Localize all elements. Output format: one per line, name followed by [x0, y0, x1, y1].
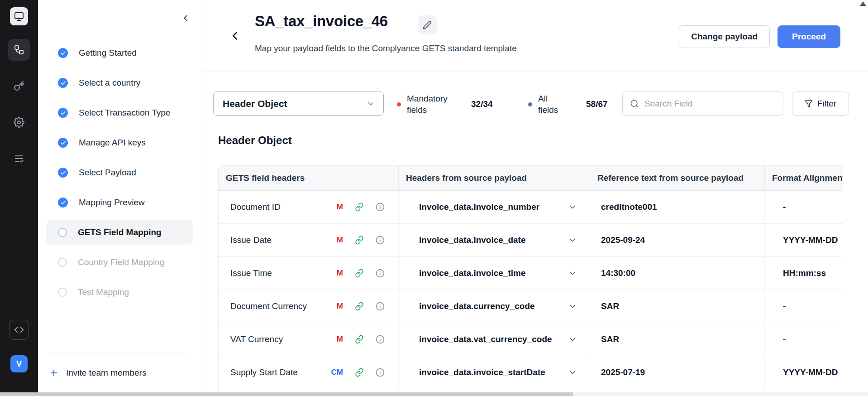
sidebar-step-test-mapping: Test Mapping — [46, 280, 193, 304]
field-cell: VAT Currency M — [219, 323, 399, 356]
key-icon — [14, 81, 24, 92]
legend-label: All fields — [538, 93, 567, 116]
all-fields-dot — [528, 102, 532, 106]
sidebar-step-manage-api-keys[interactable]: Manage API keys — [46, 130, 193, 155]
section-title: Header Object — [218, 134, 292, 147]
legend-mandatory-fields: Mandatory fields 32/34 — [397, 93, 493, 116]
reference-cell: creditnote001 — [590, 191, 765, 224]
link-icon[interactable] — [355, 368, 364, 377]
chevron-down-icon — [568, 236, 577, 245]
app-logo — [10, 7, 28, 25]
field-name: Supply Start Date — [230, 367, 298, 377]
sidebar-step-select-payload[interactable]: Select Payload — [46, 160, 193, 185]
step-label: GETS Field Mapping — [78, 227, 162, 237]
page-header: SA_tax_invoice_46 Map your payload field… — [201, 0, 868, 72]
field-cell: Issue Date M — [219, 224, 399, 257]
main-content: SA_tax_invoice_46 Map your payload field… — [201, 0, 868, 396]
filter-button[interactable]: Filter — [792, 92, 849, 116]
info-icon[interactable] — [376, 368, 385, 377]
sidebar-step-getting-started[interactable]: Getting Started — [46, 41, 193, 65]
horizontal-scrollbar[interactable] — [0, 392, 868, 396]
step-label: Select a country — [79, 78, 140, 88]
mandatory-badge: M — [337, 335, 343, 344]
column-header: Reference text from source payload — [590, 165, 765, 191]
mandatory-badge: M — [337, 302, 343, 311]
source-mapping-dropdown[interactable]: invoice_data.invoice_date — [399, 224, 590, 257]
step-circle — [58, 228, 67, 237]
step-label: Manage API keys — [79, 138, 146, 148]
reference-cell: SAR — [590, 290, 765, 323]
source-field-value: invoice_data.invoice_date — [419, 235, 526, 245]
info-icon[interactable] — [376, 302, 385, 311]
user-avatar[interactable]: V — [10, 355, 28, 372]
link-icon[interactable] — [355, 335, 364, 344]
chevron-down-icon — [568, 269, 577, 278]
page-subtitle: Map your payload fields to the Complyanc… — [255, 43, 517, 53]
chevron-down-icon — [568, 335, 577, 344]
link-icon[interactable] — [355, 302, 364, 311]
legend-all-fields: All fields 58/67 — [528, 93, 608, 116]
info-icon[interactable] — [376, 236, 385, 245]
link-icon[interactable] — [355, 236, 364, 245]
info-icon[interactable] — [376, 335, 385, 344]
collapse-sidebar-button[interactable] — [179, 12, 192, 24]
link-icon[interactable] — [355, 203, 364, 212]
format-cell: - — [765, 323, 843, 356]
rail-item-api-keys[interactable] — [8, 75, 30, 97]
rail-item-mapping[interactable] — [8, 39, 30, 61]
info-icon[interactable] — [376, 203, 385, 212]
search-input[interactable] — [644, 99, 776, 109]
source-mapping-dropdown[interactable]: invoice_data.invoice_time — [399, 257, 590, 290]
edit-title-button[interactable] — [418, 15, 437, 34]
back-button[interactable] — [226, 27, 243, 44]
step-list: Getting Started Select a country Select … — [46, 41, 193, 310]
change-payload-button[interactable]: Change payload — [679, 25, 770, 48]
scroll-up-arrow[interactable] — [860, 1, 866, 6]
search-icon — [630, 99, 639, 108]
chevron-down-icon — [568, 368, 577, 377]
sidebar-step-transaction-type[interactable]: Select Transaction Type — [46, 101, 193, 125]
column-header: Headers from source payload — [399, 165, 590, 191]
info-icon[interactable] — [376, 269, 385, 278]
sidebar-step-select-country[interactable]: Select a country — [46, 71, 193, 95]
source-mapping-dropdown[interactable]: invoice_data.currency_code — [399, 290, 590, 323]
link-icon[interactable] — [355, 269, 364, 278]
source-mapping-dropdown[interactable]: invoice_data.invoice_number — [399, 191, 590, 224]
format-cell: HH:mm:ss — [765, 257, 843, 290]
sidebar-step-mapping-preview[interactable]: Mapping Preview — [46, 190, 193, 215]
source-field-value: invoice_data.invoice_startDate — [419, 367, 545, 377]
chevron-down-icon — [568, 302, 577, 311]
object-select-value: Header Object — [223, 98, 287, 109]
field-name: Document Currency — [230, 301, 307, 311]
reference-cell: 14:30:00 — [590, 257, 765, 290]
source-field-value: invoice_data.currency_code — [419, 301, 535, 311]
source-mapping-dropdown[interactable]: invoice_data.invoice_startDate — [399, 356, 590, 389]
proceed-button[interactable]: Proceed — [777, 25, 840, 48]
rail-item-tasks[interactable] — [8, 148, 30, 169]
mapping-icon — [14, 44, 24, 55]
step-label: Test Mapping — [78, 287, 129, 297]
chevron-down-icon — [568, 203, 577, 212]
rail-item-settings[interactable] — [8, 111, 30, 133]
format-cell: YYYY-MM-DD — [765, 224, 843, 257]
format-cell: YYYY-MM-DD — [765, 356, 843, 389]
field-cell: Supply Start Date CM — [219, 356, 399, 389]
gear-icon — [14, 117, 24, 128]
field-name: Issue Time — [230, 268, 272, 278]
sidebar-step-gets-field-mapping[interactable]: GETS Field Mapping — [46, 220, 193, 245]
sidebar-step-country-field-mapping: Country Field Mapping — [46, 250, 193, 275]
legend-label: Mandatory fields — [407, 93, 452, 116]
horizontal-scrollbar-thumb[interactable] — [0, 392, 573, 396]
invite-team-members-button[interactable]: Invite team members — [49, 363, 146, 382]
object-select[interactable]: Header Object — [213, 92, 384, 116]
developer-tools-button[interactable] — [9, 320, 29, 340]
controls-row: Header Object Mandatory fields 32/34 All… — [201, 72, 868, 134]
field-cell: Issue Time M — [219, 257, 399, 290]
step-label: Mapping Preview — [79, 198, 145, 208]
reference-cell: 2025-09-24 — [590, 224, 765, 257]
step-check-icon — [58, 168, 68, 178]
field-cell: Document ID M — [219, 191, 399, 224]
field-cell: Document Currency M — [219, 290, 399, 323]
source-mapping-dropdown[interactable]: invoice_data.vat_currency_code — [399, 323, 590, 356]
pencil-icon — [423, 20, 432, 29]
